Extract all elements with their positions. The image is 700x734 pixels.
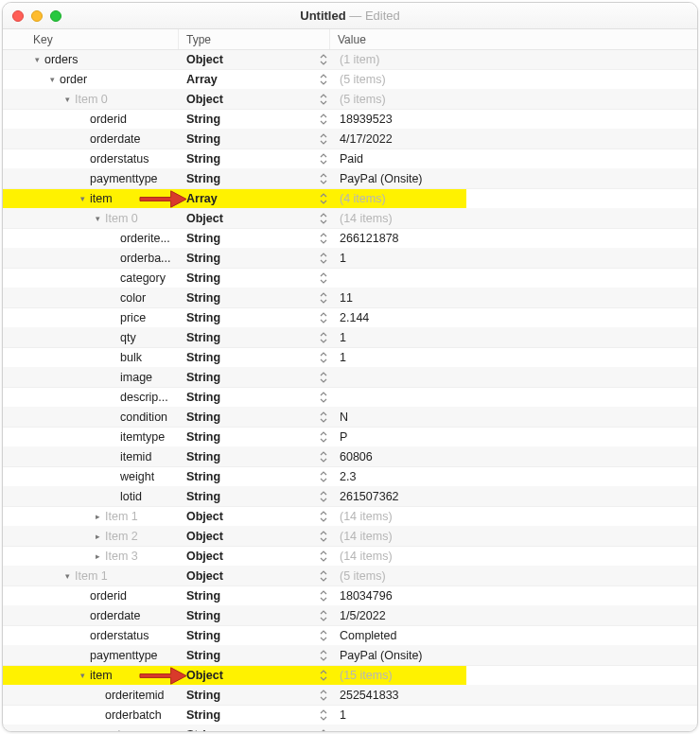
col-header-key[interactable]: Key [3, 29, 179, 49]
type-selector-icon[interactable] [317, 130, 330, 149]
type-selector-icon[interactable] [317, 487, 330, 506]
plist-row[interactable]: weightString2.3 [3, 467, 697, 487]
type-cell[interactable]: String [179, 487, 317, 506]
value-cell[interactable]: (1 item) [330, 53, 697, 66]
key-cell[interactable]: ▾item [3, 189, 179, 208]
key-cell[interactable]: ▾Item 0 [3, 90, 179, 109]
value-cell[interactable]: 2.3 [330, 470, 697, 483]
type-selector-icon[interactable] [317, 328, 330, 347]
value-cell[interactable]: 252541833 [330, 689, 697, 702]
type-cell[interactable]: String [179, 229, 317, 248]
key-cell[interactable]: price [3, 308, 179, 327]
plist-row[interactable]: ▸Item 2Object(14 items) [3, 527, 697, 547]
type-selector-icon[interactable] [317, 189, 330, 208]
type-cell[interactable]: Object [179, 547, 317, 566]
value-cell[interactable]: 266121878 [330, 232, 697, 245]
plist-row[interactable]: qtyString1 [3, 328, 697, 348]
key-cell[interactable]: orderid [3, 586, 179, 605]
plist-row[interactable]: ▾itemObject(15 items) [3, 666, 697, 686]
type-cell[interactable]: String [179, 388, 317, 407]
key-cell[interactable]: qty [3, 328, 179, 347]
value-cell[interactable]: P [330, 430, 697, 444]
type-cell[interactable]: String [179, 308, 317, 327]
disclosure-down-icon[interactable]: ▾ [77, 194, 88, 203]
type-cell[interactable]: String [179, 110, 317, 129]
type-cell[interactable]: Object [179, 507, 317, 526]
col-header-type[interactable]: Type [179, 29, 330, 49]
type-cell[interactable]: Array [179, 70, 317, 89]
type-selector-icon[interactable] [317, 308, 330, 327]
key-cell[interactable]: orderite... [3, 229, 179, 248]
value-cell[interactable]: (14 items) [330, 530, 697, 543]
key-cell[interactable]: paymenttype [3, 169, 179, 188]
key-cell[interactable]: ▾Item 0 [3, 209, 179, 228]
value-cell[interactable]: Completed [330, 629, 697, 642]
plist-row[interactable]: ▾ordersObject(1 item) [3, 50, 697, 70]
plist-row[interactable]: orderidString18939523 [3, 110, 697, 130]
key-cell[interactable]: orderstatus [3, 626, 179, 645]
type-selector-icon[interactable] [317, 428, 330, 446]
key-cell[interactable]: itemid [3, 447, 179, 466]
disclosure-down-icon[interactable]: ▾ [46, 75, 58, 84]
key-cell[interactable]: bulk [3, 348, 179, 367]
plist-row[interactable]: imageString [3, 368, 697, 388]
plist-row[interactable]: orderdateString1/5/2022 [3, 606, 697, 626]
value-cell[interactable]: Paid [330, 152, 697, 166]
type-selector-icon[interactable] [317, 507, 330, 526]
plist-row[interactable]: conditionStringN [3, 408, 697, 428]
type-selector-icon[interactable] [317, 229, 330, 248]
close-icon[interactable] [12, 10, 24, 22]
type-selector-icon[interactable] [317, 388, 330, 407]
type-cell[interactable]: Object [179, 527, 317, 546]
key-cell[interactable]: orderid [3, 110, 179, 129]
value-cell[interactable]: N [330, 411, 697, 424]
type-selector-icon[interactable] [317, 209, 330, 228]
key-cell[interactable]: orderstatus [3, 149, 179, 168]
disclosure-right-icon[interactable]: ▸ [92, 551, 103, 561]
value-cell[interactable]: 1 [330, 708, 697, 722]
type-selector-icon[interactable] [317, 547, 330, 566]
type-cell[interactable]: String [179, 447, 317, 466]
key-cell[interactable]: orderdate [3, 606, 179, 625]
key-cell[interactable]: ▾Item 1 [3, 567, 179, 585]
type-cell[interactable]: String [179, 328, 317, 347]
plist-row[interactable]: priceString2.144 [3, 308, 697, 328]
type-selector-icon[interactable] [317, 646, 330, 665]
plist-row[interactable]: categoryString [3, 269, 697, 288]
key-cell[interactable]: orderitemid [3, 686, 179, 705]
type-cell[interactable]: Object [179, 50, 317, 69]
type-selector-icon[interactable] [317, 447, 330, 466]
type-selector-icon[interactable] [317, 706, 330, 725]
value-cell[interactable]: (14 items) [330, 212, 697, 225]
key-cell[interactable]: ▾item [3, 666, 179, 685]
key-cell[interactable]: image [3, 368, 179, 387]
plist-row[interactable]: orderitemidString252541833 [3, 686, 697, 706]
plist-row[interactable]: paymenttypeStringPayPal (Onsite) [3, 169, 697, 189]
value-cell[interactable]: (5 items) [330, 93, 697, 106]
value-cell[interactable]: (5 items) [330, 569, 697, 583]
key-cell[interactable]: category [3, 269, 179, 288]
key-cell[interactable]: lotid [3, 487, 179, 506]
type-cell[interactable]: String [179, 428, 317, 446]
plist-row[interactable]: orderidString18034796 [3, 586, 697, 606]
type-cell[interactable]: String [179, 149, 317, 168]
value-cell[interactable]: 18939523 [330, 113, 697, 126]
disclosure-right-icon[interactable]: ▸ [92, 532, 103, 541]
plist-row[interactable]: orderdateString4/17/2022 [3, 130, 697, 149]
value-cell[interactable]: 1 [330, 331, 697, 344]
value-cell[interactable]: 1 [330, 351, 697, 364]
value-cell[interactable]: 60806 [330, 450, 697, 463]
type-cell[interactable]: Object [179, 567, 317, 585]
key-cell[interactable]: orderbatch [3, 706, 179, 725]
type-selector-icon[interactable] [317, 408, 330, 427]
plist-row[interactable]: categoryString [3, 725, 697, 731]
plist-row[interactable]: ▸Item 3Object(14 items) [3, 547, 697, 567]
type-cell[interactable]: String [179, 606, 317, 625]
type-cell[interactable]: Object [179, 666, 317, 685]
plist-row[interactable]: orderbatchString1 [3, 706, 697, 725]
type-cell[interactable]: String [179, 706, 317, 725]
type-cell[interactable]: Object [179, 209, 317, 228]
type-selector-icon[interactable] [317, 686, 330, 705]
type-selector-icon[interactable] [317, 70, 330, 89]
type-cell[interactable]: String [179, 586, 317, 605]
